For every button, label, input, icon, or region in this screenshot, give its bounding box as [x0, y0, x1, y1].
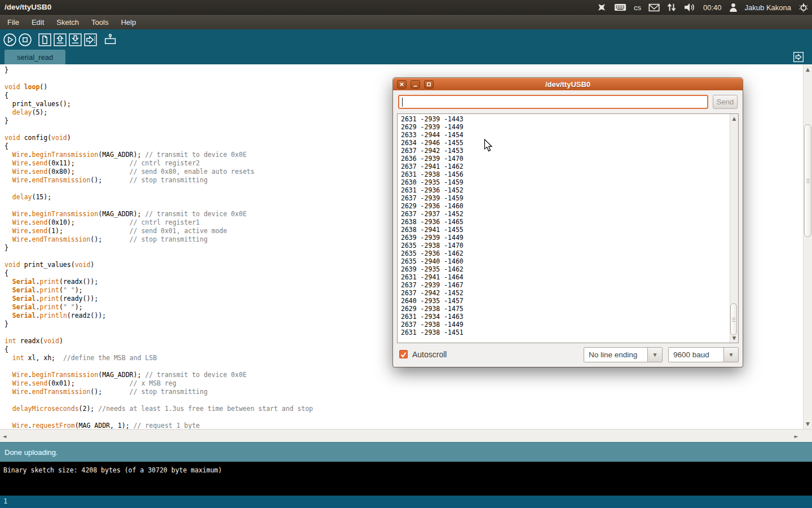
open-icon: [53, 33, 67, 47]
send-button[interactable]: Send: [713, 95, 738, 109]
menu-file[interactable]: File: [1, 16, 25, 29]
user-icon[interactable]: [729, 0, 738, 15]
check-icon: [400, 351, 407, 358]
updates-icon[interactable]: [597, 0, 607, 15]
serial-monitor-titlebar[interactable]: /dev/ttyUSB0: [393, 78, 743, 90]
serial-scrollbar[interactable]: ▲ ▼: [730, 114, 738, 343]
close-icon: [398, 81, 406, 87]
menu-sketch[interactable]: Sketch: [50, 16, 85, 29]
code-line: [5, 413, 313, 422]
serial-row: 2639 -2935 -1462: [401, 265, 464, 273]
code-text: } void loop(){ print_values(); delay(5);…: [5, 66, 313, 429]
verify-button[interactable]: [3, 33, 17, 47]
chevron-down-icon: ▼: [723, 348, 738, 362]
code-line: Wire.endTransmission(); // stop transmit…: [5, 388, 313, 396]
code-line: {: [5, 142, 313, 151]
editor-scrollbar-thumb[interactable]: [804, 124, 811, 237]
code-line: Serial.print(readx());: [5, 278, 313, 286]
clock[interactable]: 00:40: [703, 0, 722, 15]
serial-row: 2637 -2938 -1449: [401, 321, 464, 329]
window-minimize-button[interactable]: [411, 80, 420, 89]
code-line: Wire.send(0x80); // send 0x80, enable au…: [5, 168, 313, 176]
code-line: }: [5, 320, 313, 329]
serial-monitor-button[interactable]: [103, 33, 117, 47]
code-line: int xl, xh; //define the MSB and LSB: [5, 354, 313, 362]
menu-tools[interactable]: Tools: [85, 16, 114, 29]
window-maximize-button[interactable]: [424, 80, 434, 89]
upload-button[interactable]: [83, 33, 98, 47]
serial-row: 2633 -2944 -1454: [401, 131, 464, 139]
tab-serial-read[interactable]: serial_read: [5, 50, 65, 64]
line-number-strip: 1: [0, 496, 812, 508]
scroll-down-icon[interactable]: ▼: [804, 421, 812, 427]
scroll-right-icon[interactable]: ►: [793, 433, 800, 440]
serial-input[interactable]: [398, 95, 708, 109]
code-line: [5, 252, 313, 261]
new-button[interactable]: [38, 33, 52, 47]
sync-arrows-icon[interactable]: [667, 0, 676, 15]
code-line: {: [5, 269, 313, 278]
scroll-up-icon[interactable]: ▲: [804, 66, 812, 73]
serial-row: 2631 -2934 -1463: [401, 313, 464, 321]
scroll-left-icon[interactable]: ◄: [1, 433, 8, 440]
baud-rate-select[interactable]: 9600 baud ▼: [668, 347, 739, 362]
code-line: Wire.send(0x01); // x MSB reg: [5, 379, 313, 388]
editor-horizontal-scrollbar[interactable]: ◄ ►: [0, 429, 812, 442]
code-line: Serial.print(" ");: [5, 303, 313, 312]
line-ending-select[interactable]: No line ending ▼: [584, 347, 663, 362]
code-line: Wire.requestFrom(MAG_ADDR, 1); // reques…: [5, 422, 313, 429]
keyboard-icon[interactable]: [614, 0, 626, 15]
serial-row: 2637 -2941 -1462: [401, 163, 464, 170]
serial-row: 2635 -2936 -1462: [401, 249, 464, 257]
focused-window-title: /dev/ttyUSB0: [0, 3, 51, 11]
status-message: Done uploading.: [5, 448, 58, 457]
code-line: [5, 362, 313, 371]
keyboard-layout-indicator[interactable]: cs: [634, 0, 641, 15]
scroll-down-icon[interactable]: ▼: [730, 335, 738, 341]
menu-edit[interactable]: Edit: [25, 16, 50, 29]
code-line: Wire.send(0x11); // cntrl register2: [5, 159, 313, 168]
code-line: Wire.endTransmission(); // stop transmit…: [5, 235, 313, 244]
code-line: {: [5, 345, 313, 354]
autoscroll-checkbox[interactable]: [399, 350, 408, 358]
serial-rows: 2631 -2939 -14432629 -2939 -14492633 -29…: [401, 115, 464, 336]
serial-scrollbar-thumb[interactable]: [730, 303, 737, 335]
stop-icon: [18, 33, 32, 47]
scroll-up-icon[interactable]: ▲: [730, 115, 738, 122]
stop-button[interactable]: [18, 33, 32, 47]
console-output: Binary sketch size: 4208 bytes (of a 307…: [0, 462, 812, 496]
code-line: [5, 396, 313, 405]
window-close-button[interactable]: [397, 80, 407, 89]
serial-output-list[interactable]: 2631 -2939 -14432629 -2939 -14492633 -29…: [397, 113, 739, 343]
serial-row: 2630 -2935 -1459: [401, 178, 464, 186]
serial-monitor-icon: [103, 33, 117, 47]
session-gear-icon[interactable]: [798, 0, 809, 15]
serial-row: 2635 -2940 -1460: [401, 257, 464, 265]
serial-monitor-title: /dev/ttyUSB0: [393, 80, 743, 89]
username[interactable]: Jakub Kakona: [745, 0, 791, 15]
mail-icon[interactable]: [648, 0, 660, 15]
line-number: 1: [3, 497, 7, 505]
code-line: delay(5);: [5, 108, 313, 117]
menu-help[interactable]: Help: [114, 16, 142, 29]
save-button[interactable]: [68, 33, 82, 47]
upload-icon: [83, 33, 98, 47]
code-line: void loop(): [5, 83, 313, 91]
status-bar: Done uploading.: [0, 442, 812, 462]
desktop: /dev/ttyUSB0 cs00:40Jakub Kakona FileEdi…: [0, 0, 812, 508]
serial-row: 2637 -2939 -1459: [401, 194, 464, 202]
editor-vertical-scrollbar[interactable]: ▲ ▼: [803, 64, 812, 429]
open-button[interactable]: [53, 33, 67, 47]
serial-row: 2631 -2938 -1456: [401, 170, 464, 178]
volume-icon[interactable]: [683, 0, 696, 15]
serial-row: 2631 -2936 -1452: [401, 186, 464, 194]
serial-row: 2637 -2937 -1452: [401, 210, 464, 218]
code-line: Wire.endTransmission(); // stop transmit…: [5, 176, 313, 185]
serial-row: 2629 -2939 -1449: [401, 123, 464, 131]
serial-monitor-window: /dev/ttyUSB0 Send 2631 -2939 -14432629 -…: [393, 78, 743, 367]
code-line: Serial.print(" ");: [5, 286, 313, 295]
tab-menu-button[interactable]: [793, 51, 804, 63]
serial-monitor-controls: Autoscroll No line ending ▼ 9600 baud ▼: [393, 347, 743, 363]
code-line: }: [5, 66, 313, 75]
text-caret: [402, 98, 403, 107]
